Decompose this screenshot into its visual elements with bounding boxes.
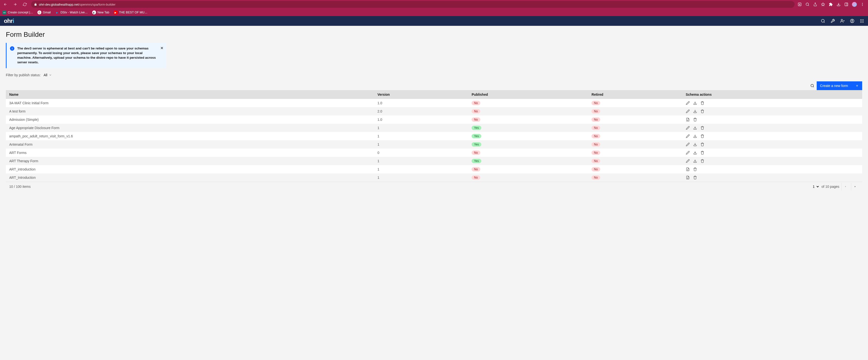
side-panel-icon[interactable] <box>844 2 848 6</box>
close-notification-button[interactable]: ✕ <box>160 46 163 50</box>
cell-actions <box>682 148 862 157</box>
bookmark-star-icon[interactable] <box>821 2 825 6</box>
svg-point-4 <box>862 4 863 5</box>
bookmark-label: THE BEST OF MU… <box>119 11 147 14</box>
url-bar[interactable]: ohri-dev.globalhealthapp.net/openmrs/spa… <box>31 1 795 8</box>
import-icon <box>686 167 690 171</box>
notification-message: The dev3 server is ephemeral at best and… <box>17 46 157 65</box>
cell-name[interactable]: Antenatal Form <box>6 140 374 148</box>
delete-button[interactable] <box>693 167 697 171</box>
create-new-form-button[interactable]: Create a new form <box>817 81 862 90</box>
import-button[interactable] <box>686 167 690 171</box>
download-button[interactable] <box>693 134 697 138</box>
prev-page-button[interactable] <box>841 183 849 191</box>
cell-name[interactable]: ART_Introduction <box>6 173 374 182</box>
cell-actions <box>682 165 862 173</box>
delete-button[interactable] <box>701 134 704 138</box>
published-tag: No <box>472 117 480 122</box>
back-button[interactable] <box>2 1 9 8</box>
cell-name[interactable]: 3A-MAT Clinic Initial Form <box>6 99 374 107</box>
edit-icon <box>686 142 690 146</box>
import-button[interactable] <box>686 118 690 121</box>
col-header-name[interactable]: Name <box>6 90 374 99</box>
download-button[interactable] <box>693 109 697 113</box>
edit-button[interactable] <box>686 159 690 163</box>
bookmark-item[interactable]: G Gmail <box>37 10 51 15</box>
extensions-icon[interactable] <box>829 2 833 6</box>
delete-button[interactable] <box>701 101 704 105</box>
table-row: ART Therapy Form1YesNo <box>6 157 862 165</box>
delete-button[interactable] <box>693 176 697 179</box>
delete-button[interactable] <box>701 109 704 113</box>
cell-name[interactable]: ART_introduction <box>6 165 374 173</box>
table-search-button[interactable] <box>808 81 817 90</box>
delete-button[interactable] <box>701 159 704 163</box>
cell-retired: No <box>588 124 682 132</box>
page-select[interactable]: 1 <box>811 184 819 190</box>
cell-name[interactable]: Age Appropriate Disclosure Form <box>6 124 374 132</box>
user-account-icon[interactable] <box>850 19 855 23</box>
bookmark-item[interactable]: ▶ THE BEST OF MU… <box>114 10 147 15</box>
download-button[interactable] <box>693 151 697 155</box>
import-button[interactable] <box>686 176 690 179</box>
add-user-icon[interactable] <box>840 19 845 23</box>
delete-button[interactable] <box>701 126 704 130</box>
next-page-button[interactable] <box>851 183 859 191</box>
col-header-published[interactable]: Published <box>468 90 588 99</box>
menu-icon[interactable] <box>860 2 865 6</box>
bookmark-icon: ▶ <box>114 10 118 15</box>
app-logo[interactable]: ohri <box>4 18 14 24</box>
edit-button[interactable] <box>686 134 690 138</box>
download-button[interactable] <box>693 159 697 163</box>
forward-button[interactable] <box>12 1 19 8</box>
edit-button[interactable] <box>686 101 690 105</box>
bookmark-item[interactable]: ▶ DStv - Watch Live… <box>55 10 88 15</box>
bookmark-icon: ▶ <box>55 10 59 15</box>
cell-name[interactable]: Admission (Simple) <box>6 115 374 124</box>
bookmark-label: Create concept |… <box>8 11 33 14</box>
edit-button[interactable] <box>686 151 690 155</box>
bookmark-item[interactable]: ocl Create concept |… <box>2 10 33 15</box>
reload-button[interactable] <box>22 1 28 8</box>
svg-point-13 <box>860 21 861 22</box>
row-actions <box>686 142 859 146</box>
svg-rect-2 <box>845 3 848 6</box>
profile-avatar-icon[interactable] <box>852 2 857 7</box>
delete-button[interactable] <box>701 142 704 146</box>
col-header-version[interactable]: Version <box>374 90 468 99</box>
install-icon[interactable] <box>798 2 802 6</box>
cell-retired: No <box>588 115 682 124</box>
filter-publish-dropdown[interactable]: All <box>43 73 52 77</box>
cell-published: No <box>468 165 588 173</box>
apps-grid-icon[interactable] <box>860 19 864 23</box>
search-icon[interactable] <box>821 19 825 23</box>
download-button[interactable] <box>693 101 697 105</box>
cell-actions <box>682 124 862 132</box>
bookmark-icon: G <box>37 10 41 15</box>
share-icon[interactable] <box>813 2 817 6</box>
zoom-icon[interactable] <box>805 2 810 6</box>
filter-label: Filter by publish status: <box>6 73 41 77</box>
col-header-actions[interactable]: Schema actions <box>682 90 862 99</box>
cell-name[interactable]: ART Forms <box>6 148 374 157</box>
cell-name[interactable]: ampath_poc_adult_return_visit_form_v1.6 <box>6 132 374 140</box>
cell-name[interactable]: A test form <box>6 107 374 115</box>
delete-button[interactable] <box>701 151 704 155</box>
tools-icon[interactable] <box>831 19 835 23</box>
edit-button[interactable] <box>686 109 690 113</box>
table-row: ampath_poc_adult_return_visit_form_v1.61… <box>6 132 862 140</box>
delete-icon <box>693 118 697 121</box>
edit-button[interactable] <box>686 126 690 130</box>
svg-point-16 <box>860 22 861 23</box>
download-button[interactable] <box>693 142 697 146</box>
edit-button[interactable] <box>686 142 690 146</box>
bookmark-icon: ocl <box>2 10 6 15</box>
cell-name[interactable]: ART Therapy Form <box>6 157 374 165</box>
downloads-icon[interactable] <box>836 2 841 6</box>
info-notification: i ✕ The dev3 server is ephemeral at best… <box>6 43 166 68</box>
delete-button[interactable] <box>693 118 697 121</box>
svg-point-18 <box>863 22 864 23</box>
col-header-retired[interactable]: Retired <box>588 90 682 99</box>
download-button[interactable] <box>693 126 697 130</box>
bookmark-item[interactable]: ◐ New Tab <box>92 10 109 15</box>
